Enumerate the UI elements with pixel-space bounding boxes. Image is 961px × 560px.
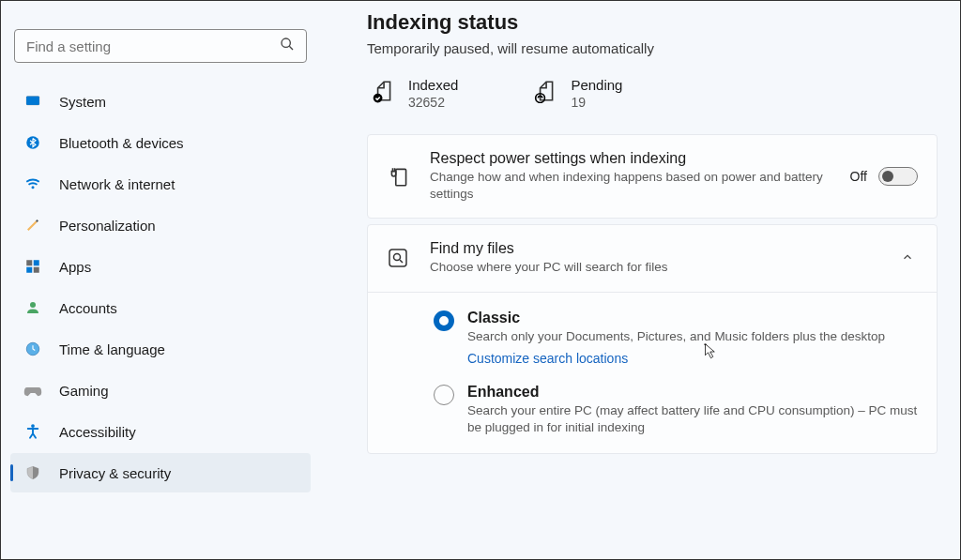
sidebar-item-gaming[interactable]: Gaming <box>10 371 311 410</box>
power-toggle-state: Off <box>850 169 867 184</box>
sidebar-item-time[interactable]: Time & language <box>10 329 311 369</box>
sidebar-item-apps[interactable]: Apps <box>10 247 311 286</box>
search-box <box>14 29 307 63</box>
page-title: Indexing status <box>367 10 938 35</box>
classic-title: Classic <box>467 310 885 326</box>
sidebar-item-system[interactable]: System <box>10 82 311 121</box>
svg-rect-20 <box>704 344 707 345</box>
sidebar-item-accounts[interactable]: Accounts <box>10 288 311 327</box>
svg-rect-6 <box>26 260 32 265</box>
svg-rect-8 <box>26 267 32 273</box>
sidebar-item-label: Time & language <box>59 341 165 357</box>
svg-rect-17 <box>389 250 406 266</box>
enhanced-radio[interactable] <box>434 385 454 405</box>
svg-line-19 <box>400 260 403 263</box>
sidebar-item-privacy[interactable]: Privacy & security <box>10 453 311 492</box>
sidebar-item-label: Apps <box>59 259 91 275</box>
svg-point-13 <box>31 424 35 428</box>
network-icon <box>23 174 42 193</box>
pending-stat: Pending 19 <box>533 77 622 110</box>
svg-rect-3 <box>26 97 39 105</box>
sidebar-item-label: Accessibility <box>59 424 136 440</box>
search-input[interactable] <box>26 38 280 54</box>
sidebar: System Bluetooth & devices Network & int… <box>1 1 320 559</box>
personalization-icon <box>23 216 42 235</box>
classic-desc: Search only your Documents, Pictures, an… <box>467 328 885 345</box>
customize-locations-link[interactable]: Customize search locations <box>467 351 628 366</box>
system-icon <box>23 92 42 111</box>
sidebar-item-label: Bluetooth & devices <box>59 135 184 151</box>
svg-point-10 <box>30 302 36 308</box>
find-files-header[interactable]: Find my files Choose where your PC will … <box>368 225 937 291</box>
enhanced-desc: Search your entire PC (may affect batter… <box>467 402 918 436</box>
stats-row: Indexed 32652 Pending 19 <box>367 77 938 110</box>
search-square-icon <box>387 247 411 271</box>
indexed-value: 32652 <box>408 95 458 110</box>
svg-rect-9 <box>34 267 39 273</box>
svg-rect-16 <box>396 170 406 186</box>
sidebar-item-personalization[interactable]: Personalization <box>10 205 311 245</box>
enhanced-title: Enhanced <box>467 384 918 401</box>
indexed-icon <box>371 79 395 103</box>
indexed-label: Indexed <box>408 77 458 93</box>
power-desc: Change how and when indexing happens bas… <box>430 169 831 203</box>
indexed-stat: Indexed 32652 <box>371 77 458 110</box>
privacy-icon <box>23 463 42 482</box>
pending-icon <box>533 79 557 103</box>
find-files-desc: Choose where your PC will search for fil… <box>430 259 878 276</box>
time-icon <box>23 340 42 358</box>
accounts-icon <box>23 298 42 317</box>
svg-point-5 <box>32 186 35 189</box>
find-files-title: Find my files <box>430 240 878 257</box>
find-files-card: Find my files Choose where your PC will … <box>367 224 938 454</box>
sidebar-item-label: Personalization <box>59 218 156 234</box>
classic-option[interactable]: Classic Search only your Documents, Pict… <box>434 310 918 367</box>
sidebar-item-label: Privacy & security <box>59 465 171 481</box>
power-settings-card: Respect power settings when indexing Cha… <box>367 134 938 219</box>
cursor-icon <box>701 342 718 361</box>
svg-line-1 <box>289 46 293 50</box>
search-icon[interactable] <box>280 37 295 55</box>
sidebar-item-label: System <box>59 94 106 110</box>
gaming-icon <box>23 381 42 400</box>
classic-radio[interactable] <box>434 310 454 331</box>
svg-point-0 <box>282 38 290 47</box>
enhanced-option[interactable]: Enhanced Search your entire PC (may affe… <box>434 384 918 436</box>
power-title: Respect power settings when indexing <box>430 150 831 167</box>
sidebar-item-accessibility[interactable]: Accessibility <box>10 412 311 451</box>
bluetooth-icon <box>23 133 42 152</box>
accessibility-icon <box>23 422 42 441</box>
apps-icon <box>23 257 42 276</box>
chevron-up-icon[interactable] <box>897 247 918 271</box>
svg-point-18 <box>394 253 401 260</box>
page-subtitle: Temporarily paused, will resume automati… <box>367 40 938 56</box>
sidebar-item-label: Gaming <box>59 383 109 399</box>
power-toggle[interactable] <box>878 167 918 186</box>
pending-label: Pending <box>571 77 622 93</box>
pending-value: 19 <box>571 95 622 110</box>
sidebar-item-label: Accounts <box>59 300 117 316</box>
sidebar-item-bluetooth[interactable]: Bluetooth & devices <box>10 123 311 162</box>
main-content: Indexing status Temporarily paused, will… <box>320 1 960 559</box>
svg-rect-7 <box>34 260 39 265</box>
nav-list: System Bluetooth & devices Network & int… <box>10 82 311 492</box>
power-icon <box>387 164 411 189</box>
sidebar-item-network[interactable]: Network & internet <box>10 164 311 204</box>
sidebar-item-label: Network & internet <box>59 176 175 192</box>
